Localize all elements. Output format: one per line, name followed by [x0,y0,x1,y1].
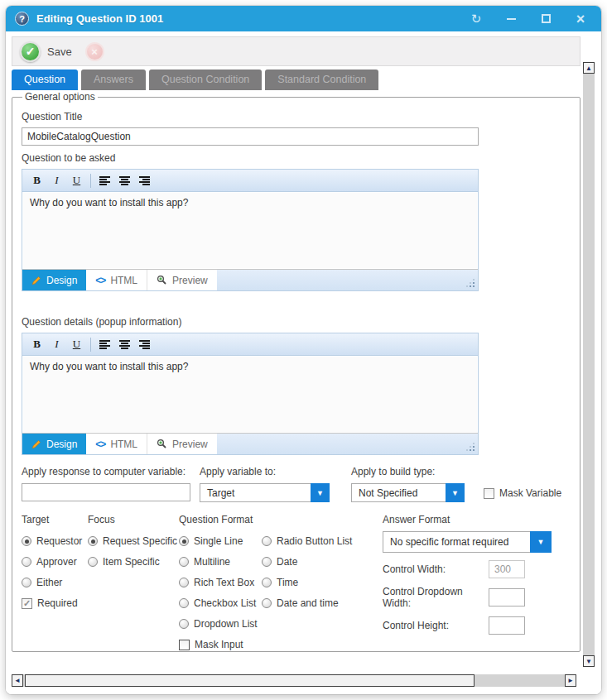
design-mode-tab[interactable]: Design [22,270,86,290]
radio-checkbox-list[interactable]: Checkbox List [179,597,262,609]
toolbar-separator [90,174,91,188]
html-mode-tab[interactable]: <> HTML [86,434,147,454]
bold-button[interactable]: B [28,172,46,189]
question-format-label: Question Format [179,514,363,525]
help-icon: ? [15,12,29,26]
control-width-label: Control Width: [383,563,489,575]
align-left-icon [99,340,111,349]
general-options-legend: General options [22,91,98,103]
radio-requestor[interactable]: Requestor [22,535,88,547]
response-variable-input[interactable] [22,483,190,501]
general-options-group: General options Question Title Question … [12,91,581,652]
response-variable-label: Apply response to computer variable: [22,466,200,477]
horizontal-scrollbar-track[interactable] [23,674,565,687]
minimize-icon [507,18,516,20]
chevron-down-icon: ▼ [311,483,330,502]
align-left-button[interactable] [96,172,113,189]
horizontal-scrollbar[interactable]: ◄ ► [12,674,576,687]
editor-resize-grip[interactable] [465,442,475,451]
down-arrow-icon: ▼ [585,658,592,665]
radio-icon [179,557,189,567]
code-icon: <> [95,275,105,286]
editor-format-toolbar: B I U [22,170,478,192]
preview-mode-tab[interactable]: Preview [147,270,217,290]
radio-icon [88,536,98,546]
radio-radio-button-list[interactable]: Radio Button List [262,535,363,547]
radio-dropdown-list[interactable]: Dropdown List [179,618,262,630]
control-width-input[interactable] [489,560,525,578]
editor-resize-grip[interactable] [465,278,475,287]
scroll-up-button[interactable]: ▲ [583,62,595,74]
focus-group-label: Focus [88,514,179,525]
radio-icon [22,578,31,587]
mask-variable-checkbox[interactable]: Mask Variable [484,487,561,499]
client-area: ✓ Save × Question Answers Question Condi… [6,31,601,694]
radio-single-line[interactable]: Single Line [179,535,262,547]
html-mode-tab[interactable]: <> HTML [86,270,147,290]
radio-icon [262,578,272,587]
scroll-left-button[interactable]: ◄ [12,674,23,687]
pencil-icon [31,439,41,449]
vertical-scrollbar-track[interactable] [583,74,595,655]
align-right-icon [139,176,151,185]
question-editor-content[interactable]: Why do you want to install this app? [22,192,478,270]
chevron-down-icon: ▼ [530,531,552,553]
vertical-scrollbar[interactable]: ▲ ▼ [583,62,595,667]
variable-row: Apply response to computer variable: App… [22,466,571,502]
radio-time[interactable]: Time [262,577,363,588]
mask-input-checkbox[interactable]: Mask Input [179,639,262,650]
left-arrow-icon: ◄ [14,677,21,684]
italic-button[interactable]: I [48,172,65,189]
checkbox-icon [179,640,190,650]
toolbar-separator [90,338,91,352]
control-height-input[interactable] [489,616,525,635]
align-left-button[interactable] [96,336,113,352]
radio-approver[interactable]: Approver [22,556,88,568]
apply-variable-to-dropdown[interactable]: Target ▼ [200,483,351,502]
align-center-icon [119,340,131,349]
radio-multiline[interactable]: Multiline [179,556,262,568]
underline-button[interactable]: U [68,172,85,189]
underline-button[interactable]: U [68,336,85,352]
question-title-label: Question Title [22,111,571,122]
minimize-button[interactable] [504,12,518,26]
question-title-input[interactable] [22,127,479,146]
align-right-icon [139,340,151,349]
radio-either[interactable]: Either [22,577,88,588]
design-mode-tab[interactable]: Design [22,434,86,454]
bold-button[interactable]: B [28,336,46,352]
scroll-down-button[interactable]: ▼ [583,655,595,667]
tab-question-condition[interactable]: Question Condition [149,70,262,90]
control-dropdown-width-input[interactable] [489,588,525,607]
tab-standard-condition[interactable]: Standard Condition [265,70,378,90]
refresh-button[interactable]: ↻ [470,12,483,26]
tab-answers[interactable]: Answers [81,70,146,90]
tab-question[interactable]: Question [12,70,78,90]
editor-format-toolbar: B I U [22,333,478,356]
italic-button[interactable]: I [48,336,65,352]
preview-mode-tab[interactable]: Preview [147,434,217,454]
save-button[interactable]: ✓ Save [20,41,72,62]
pencil-icon [31,276,41,285]
align-right-button[interactable] [136,172,153,189]
required-checkbox[interactable]: Required [22,597,88,609]
scroll-right-button[interactable]: ► [565,674,576,687]
radio-request-specific[interactable]: Request Specific [88,535,179,547]
build-type-dropdown[interactable]: Not Specified ▼ [351,483,484,502]
cancel-button[interactable]: × [85,42,104,61]
radio-rich-text-box[interactable]: Rich Text Box [179,577,262,588]
radio-date-and-time[interactable]: Date and time [262,597,363,609]
tab-bar: Question Answers Question Condition Stan… [12,70,581,90]
horizontal-scrollbar-thumb[interactable] [25,674,475,687]
close-button[interactable]: × [574,12,587,26]
maximize-button[interactable] [539,12,552,26]
radio-item-specific[interactable]: Item Specific [88,556,179,568]
code-icon: <> [95,439,105,450]
save-check-icon: ✓ [20,41,41,62]
align-center-button[interactable] [116,172,133,189]
answer-format-dropdown[interactable]: No specific format required ▼ [383,531,571,553]
align-right-button[interactable] [136,336,153,352]
radio-date[interactable]: Date [262,556,363,568]
details-editor-content[interactable]: Why do you want to install this app? [22,356,478,434]
align-center-button[interactable] [116,336,133,352]
